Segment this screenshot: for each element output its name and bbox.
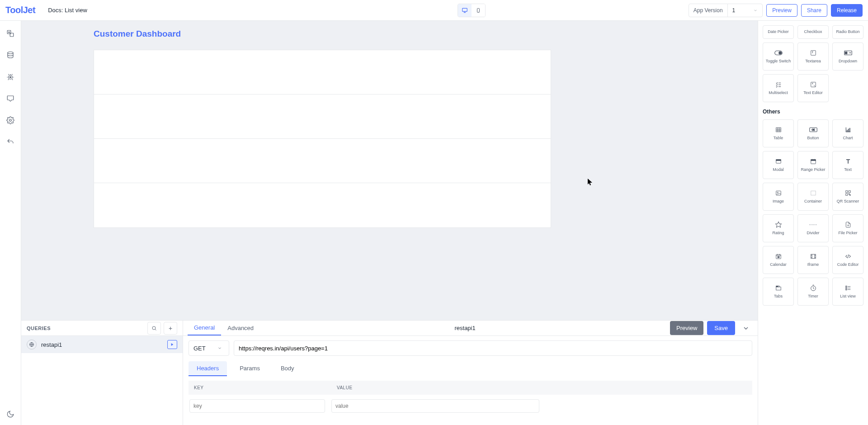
add-query-button[interactable]: + xyxy=(164,322,177,335)
debug-icon[interactable] xyxy=(6,72,15,81)
page-title: Customer Dashboard xyxy=(83,21,562,43)
release-button[interactable]: Release xyxy=(831,4,863,17)
query-body: GET Headers Params Body KEY VALUE xyxy=(183,336,758,422)
canvas-wrap: Customer Dashboard QUERIES + xyxy=(21,21,758,425)
comp-code-editor[interactable]: Code Editor xyxy=(832,246,863,274)
logo[interactable]: ToolJet xyxy=(5,5,35,15)
url-input[interactable] xyxy=(234,340,752,356)
svg-rect-30 xyxy=(847,130,848,132)
tab-advanced[interactable]: Advanced xyxy=(221,321,260,335)
list-view-icon xyxy=(844,284,852,292)
comp-textarea[interactable]: Textarea xyxy=(797,42,829,71)
svg-rect-44 xyxy=(845,194,847,195)
svg-rect-0 xyxy=(462,8,467,11)
svg-point-40 xyxy=(777,192,778,193)
comp-image[interactable]: Image xyxy=(763,183,794,211)
device-toggle xyxy=(458,4,486,17)
comp-qr-scanner[interactable]: QR Scanner xyxy=(832,183,863,211)
app-version[interactable]: App Version 1 xyxy=(689,4,763,17)
query-preview-button[interactable]: Preview xyxy=(670,321,703,335)
comp-list-view[interactable]: List view xyxy=(832,278,863,306)
query-name: restapi1 xyxy=(260,325,670,331)
rating-icon xyxy=(774,221,783,228)
share-button[interactable]: Share xyxy=(801,4,827,17)
comp-checkbox[interactable]: Checkbox xyxy=(797,25,829,39)
svg-rect-64 xyxy=(845,286,846,287)
tab-body-req[interactable]: Body xyxy=(273,361,302,376)
method-select[interactable]: GET xyxy=(189,340,229,356)
comp-button[interactable]: OKButton xyxy=(797,119,829,147)
app-version-select[interactable]: 1 xyxy=(727,4,763,17)
gear-icon[interactable] xyxy=(6,116,15,125)
comp-table[interactable]: Table xyxy=(763,119,794,147)
kv-header: KEY VALUE xyxy=(189,381,752,395)
app-version-label: App Version xyxy=(689,7,727,14)
listview-component[interactable] xyxy=(94,50,551,228)
query-editor-header: General Advanced restapi1 Preview Save xyxy=(183,321,758,336)
undo-icon[interactable] xyxy=(6,137,15,146)
search-icon[interactable] xyxy=(147,322,161,335)
query-editor: General Advanced restapi1 Preview Save xyxy=(183,321,758,425)
comp-range-picker[interactable]: Range Picker xyxy=(797,151,829,179)
comp-timer[interactable]: Timer xyxy=(797,278,829,306)
textarea-icon xyxy=(809,49,817,57)
comp-text-editor[interactable]: Text Editor xyxy=(797,74,829,102)
header-value-input[interactable] xyxy=(331,399,539,413)
comp-file-picker[interactable]: File Picker xyxy=(832,214,863,242)
comp-dropdown[interactable]: Dropdown xyxy=(832,42,863,71)
desktop-icon[interactable] xyxy=(458,4,472,17)
comp-chart[interactable]: Chart xyxy=(832,119,863,147)
svg-rect-46 xyxy=(849,195,850,196)
text-editor-icon xyxy=(809,81,817,88)
preview-button[interactable]: Preview xyxy=(766,4,797,17)
comp-text[interactable]: Text xyxy=(832,151,863,179)
svg-rect-34 xyxy=(776,160,781,161)
svg-rect-55 xyxy=(811,254,816,258)
tabs-icon xyxy=(774,284,783,292)
comp-modal[interactable]: Modal xyxy=(763,151,794,179)
comp-calendar[interactable]: 19Calendar xyxy=(763,246,794,274)
svg-line-62 xyxy=(813,288,814,289)
list-item[interactable] xyxy=(94,94,551,139)
svg-rect-66 xyxy=(845,289,846,290)
comp-container[interactable]: Container xyxy=(797,183,829,211)
comment-icon[interactable] xyxy=(6,94,15,103)
comp-divider[interactable]: Divider xyxy=(797,214,829,242)
topbar: ToolJet Docs: List view App Version 1 Pr… xyxy=(0,0,868,21)
query-save-button[interactable]: Save xyxy=(707,321,735,335)
svg-rect-42 xyxy=(845,191,847,193)
comp-toggle-switch[interactable]: Toggle Switch xyxy=(763,42,794,71)
comp-rating[interactable]: Rating xyxy=(763,214,794,242)
list-item[interactable] xyxy=(94,139,551,183)
comp-multiselect[interactable]: Multiselect xyxy=(763,74,794,102)
dropdown-icon xyxy=(844,49,852,57)
comp-tabs[interactable]: Tabs xyxy=(763,278,794,306)
query-actions: Preview Save xyxy=(670,321,753,335)
database-icon[interactable] xyxy=(6,51,15,60)
translate-icon[interactable] xyxy=(6,29,15,38)
kv-row xyxy=(189,395,752,417)
mobile-icon[interactable] xyxy=(472,4,485,17)
list-item[interactable] xyxy=(94,183,551,227)
list-item[interactable] xyxy=(94,50,551,94)
tab-params[interactable]: Params xyxy=(231,361,268,376)
chevron-down-icon[interactable] xyxy=(739,325,753,332)
kv-value-header: VALUE xyxy=(337,385,353,390)
tab-headers[interactable]: Headers xyxy=(189,361,227,376)
modal-icon xyxy=(774,158,783,165)
image-icon xyxy=(774,189,783,197)
comp-date-picker[interactable]: Date Picker xyxy=(763,25,794,39)
comp-iframe[interactable]: Iframe xyxy=(797,246,829,274)
play-icon[interactable] xyxy=(167,340,177,349)
svg-rect-65 xyxy=(845,288,846,288)
canvas[interactable]: Customer Dashboard xyxy=(21,21,758,320)
components-panel: Date Picker Checkbox Radio Button Toggle… xyxy=(758,21,868,425)
moon-icon[interactable] xyxy=(6,410,15,419)
svg-rect-41 xyxy=(811,191,816,195)
text-icon xyxy=(844,158,852,165)
comp-radio-button[interactable]: Radio Button xyxy=(832,25,863,39)
query-item-restapi1[interactable]: restapi1 xyxy=(21,336,183,353)
svg-text:OK: OK xyxy=(811,129,815,131)
tab-general[interactable]: General xyxy=(188,321,221,335)
header-key-input[interactable] xyxy=(189,399,325,413)
